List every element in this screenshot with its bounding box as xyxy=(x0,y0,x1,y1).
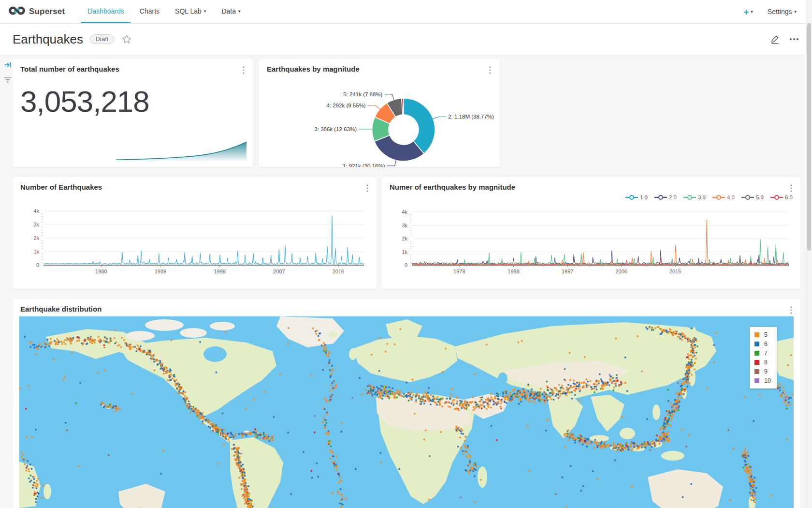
x-axis-tick-label: 1998 xyxy=(214,269,225,274)
legend-swatch xyxy=(754,360,759,365)
chart-kebab-menu-icon[interactable] xyxy=(241,65,246,77)
brand-name: Superset xyxy=(29,7,65,16)
expand-filter-bar-icon[interactable] xyxy=(4,61,12,71)
donut-label-line xyxy=(433,117,446,119)
timeseries-chart[interactable]: 01k2k3k4k19801989199820072016 xyxy=(13,177,377,289)
nav-item-label: SQL Lab xyxy=(175,7,202,15)
map-landmass xyxy=(498,373,508,384)
legend-swatch xyxy=(754,332,759,337)
map-landmass xyxy=(180,328,207,338)
more-actions-icon[interactable] xyxy=(789,34,799,44)
map-legend-item-7: 7 xyxy=(754,350,771,357)
x-axis-tick-label: 1988 xyxy=(508,269,519,274)
vertical-scrollbar[interactable] xyxy=(806,0,812,508)
map-landmass xyxy=(474,371,488,378)
y-axis-tick-label: 2k xyxy=(402,236,407,241)
y-axis-tick-label: 2k xyxy=(33,235,39,241)
map-landmass xyxy=(244,431,249,433)
legend-label: 6 xyxy=(764,341,768,347)
y-axis-tick-label: 1k xyxy=(402,249,407,255)
legend-label: 9 xyxy=(764,368,768,375)
map-legend-item-6: 6 xyxy=(754,341,771,347)
map-landmass xyxy=(620,428,635,439)
legend-swatch xyxy=(754,351,759,356)
donut-label: 2: 1.18M (38.77%) xyxy=(448,114,494,120)
status-badge[interactable]: Draft xyxy=(90,34,114,44)
chart-title: Earthquake distribution xyxy=(20,305,102,313)
y-axis-tick-label: 3k xyxy=(33,222,39,227)
series-line-2.0 xyxy=(412,250,789,264)
dashboard-header: Earthquakes Draft xyxy=(0,24,812,55)
y-axis-tick-label: 3k xyxy=(402,223,407,228)
donut-label-line xyxy=(368,105,380,109)
legend-swatch xyxy=(754,378,759,383)
plus-icon: + xyxy=(743,7,749,16)
y-axis-tick-label: 0 xyxy=(36,262,39,268)
donut-label-line xyxy=(387,160,396,166)
big-number-value: 3,053,218 xyxy=(20,84,149,119)
donut-label: 3: 386k (12.63%) xyxy=(314,126,357,132)
page-title: Earthquakes xyxy=(13,32,83,47)
map-landmass xyxy=(661,451,684,461)
y-axis-tick-label: 4k xyxy=(402,209,407,215)
world-map[interactable]: 5678910 xyxy=(19,316,794,508)
new-item-button[interactable]: + ▾ xyxy=(743,7,753,16)
map-legend-item-8: 8 xyxy=(754,359,771,366)
map-landmass xyxy=(210,322,235,330)
chart-title: Total number of earthquakes xyxy=(20,65,119,73)
x-axis-tick-label: 2007 xyxy=(273,269,285,274)
big-number-sparkline[interactable] xyxy=(116,138,246,162)
filter-lines-icon[interactable] xyxy=(4,76,12,85)
legend-swatch xyxy=(754,369,759,374)
card-number-of-earthquakes: Number of Earthquakes 01k2k3k4k198019891… xyxy=(13,177,377,289)
favorite-star-icon[interactable] xyxy=(122,34,131,44)
x-axis-tick-label: 2006 xyxy=(615,269,627,274)
nav-item-sql-lab[interactable]: SQL Lab ▾ xyxy=(169,0,212,23)
caret-down-icon: ▾ xyxy=(238,9,241,14)
card-earthquake-distribution: Earthquake distribution 5678910 xyxy=(13,299,800,508)
caret-down-icon: ▾ xyxy=(794,9,797,14)
map-legend-item-9: 9 xyxy=(754,368,771,375)
series-line-count xyxy=(44,216,364,265)
nav-item-label: Charts xyxy=(140,7,160,15)
superset-logo-brand[interactable]: Superset xyxy=(9,0,65,23)
legend-label: 5 xyxy=(764,331,768,338)
edit-pencil-icon[interactable] xyxy=(770,34,780,45)
legend-swatch xyxy=(754,342,759,346)
legend-label: 7 xyxy=(764,350,768,357)
main-nav: Dashboards Charts SQL Lab ▾ Data ▾ xyxy=(81,0,246,23)
map-landmass xyxy=(478,466,487,488)
map-landmass xyxy=(349,348,357,360)
map-landmass xyxy=(652,404,660,420)
map-landmass xyxy=(126,331,155,341)
nav-item-dashboards[interactable]: Dashboards xyxy=(81,0,130,23)
donut-label-line xyxy=(384,94,394,100)
legend-label: 8 xyxy=(764,359,768,366)
nav-item-label: Data xyxy=(221,7,236,15)
x-axis-tick-label: 1997 xyxy=(562,269,573,274)
y-axis-tick-label: 1k xyxy=(33,249,39,254)
map-landmass xyxy=(145,319,184,331)
map-legend: 5678910 xyxy=(750,327,777,388)
legend-label: 10 xyxy=(764,377,771,384)
donut-label: 5: 241k (7.88%) xyxy=(343,91,382,97)
map-landmass xyxy=(590,435,609,442)
donut-label: 1: 921k (30.16%) xyxy=(343,163,385,167)
map-legend-item-10: 10 xyxy=(754,377,771,384)
donut-chart[interactable]: 2: 1.18M (38.77%)1: 921k (30.16%)3: 386k… xyxy=(259,73,499,167)
card-earthquakes-by-magnitude: Earthquakes by magnitude 2: 1.18M (38.77… xyxy=(259,59,499,167)
chart-kebab-menu-icon[interactable] xyxy=(789,305,794,317)
settings-menu[interactable]: Settings ▾ xyxy=(768,8,797,15)
x-axis-tick-label: 1979 xyxy=(453,269,465,274)
x-axis-tick-label: 1980 xyxy=(95,269,107,274)
scrollbar-thumb[interactable] xyxy=(807,23,811,251)
settings-label: Settings xyxy=(768,8,792,15)
timeseries-chart[interactable]: 01k2k3k4k19791988199720062015 xyxy=(382,177,800,289)
top-navbar: Superset Dashboards Charts SQL Lab ▾ Dat… xyxy=(0,0,812,24)
y-axis-tick-label: 0 xyxy=(405,262,407,268)
map-legend-item-5: 5 xyxy=(754,331,771,338)
nav-item-charts[interactable]: Charts xyxy=(133,0,166,23)
y-axis-tick-label: 4k xyxy=(33,208,39,214)
nav-item-data[interactable]: Data ▾ xyxy=(215,0,246,23)
card-total-number: Total number of earthquakes 3,053,218 xyxy=(13,59,253,167)
